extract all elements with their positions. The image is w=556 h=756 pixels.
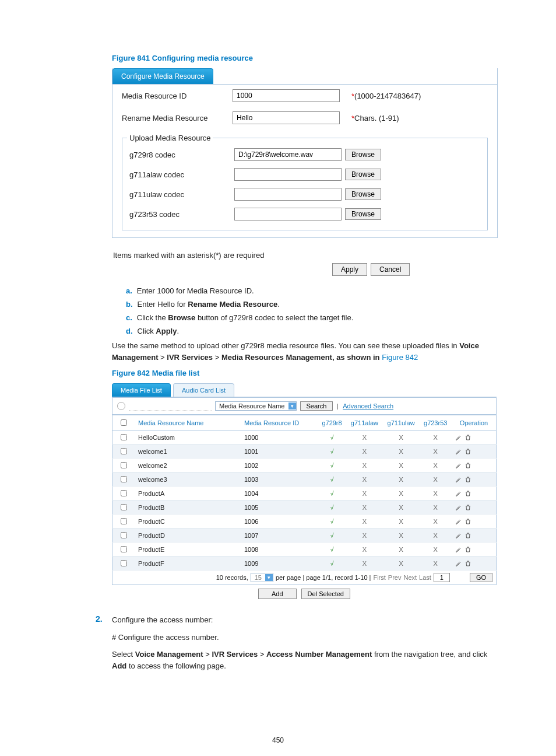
cell-g723r53: X xyxy=(419,459,452,473)
col-g723r53[interactable]: g723r53 xyxy=(419,415,452,430)
table-row: ProductF1009√XXX xyxy=(112,556,497,570)
cell-g711alaw: X xyxy=(346,444,383,459)
delete-icon[interactable] xyxy=(464,490,471,497)
col-g711ulaw[interactable]: g711ulaw xyxy=(383,415,420,430)
browse-button[interactable]: Browse xyxy=(345,208,381,220)
cell-name: ProductB xyxy=(135,501,241,514)
codec-file-input[interactable] xyxy=(234,188,342,201)
cell-name: HelloCustom xyxy=(135,430,241,444)
edit-icon[interactable] xyxy=(455,490,462,497)
row-checkbox[interactable] xyxy=(121,504,127,510)
step-b: b.Enter Hello for Rename Media Resource. xyxy=(126,300,498,309)
col-name[interactable]: Media Resource Name xyxy=(135,415,241,430)
delete-icon[interactable] xyxy=(464,532,471,539)
delete-icon[interactable] xyxy=(464,476,471,483)
cell-id: 1002 xyxy=(241,459,318,473)
cell-g729r8: √ xyxy=(318,528,346,542)
cell-id: 1007 xyxy=(241,528,318,542)
rename-media-resource-input[interactable] xyxy=(233,111,340,124)
chevron-down-icon: ▾ xyxy=(265,574,273,581)
codec-file-input[interactable] xyxy=(234,148,342,161)
media-resource-id-input[interactable] xyxy=(233,89,340,102)
browse-button[interactable]: Browse xyxy=(345,149,381,160)
edit-icon[interactable] xyxy=(455,476,462,483)
edit-icon[interactable] xyxy=(455,434,462,441)
cell-g723r53: X xyxy=(419,501,452,514)
col-id[interactable]: Media Resource ID xyxy=(241,415,318,430)
search-field-select[interactable]: Media Resource Name ▾ xyxy=(215,401,297,411)
last-page-link[interactable]: Last xyxy=(419,574,431,581)
edit-icon[interactable] xyxy=(455,560,462,567)
tab-media-file-list[interactable]: Media File List xyxy=(112,383,171,397)
col-g729r8[interactable]: g729r8 xyxy=(318,415,346,430)
cell-name: ProductD xyxy=(135,528,241,542)
select-all-checkbox[interactable] xyxy=(121,419,127,426)
figure-841-caption: Figure 841 Configuring media resource xyxy=(112,54,498,62)
cell-g729r8: √ xyxy=(318,556,346,570)
apply-button[interactable]: Apply xyxy=(332,263,367,276)
edit-icon[interactable] xyxy=(455,504,462,511)
delete-icon[interactable] xyxy=(464,546,471,553)
cancel-button[interactable]: Cancel xyxy=(371,263,410,276)
cell-g729r8: √ xyxy=(318,430,346,444)
step-c: c.Click the Browse button of g729r8 code… xyxy=(126,313,498,322)
row-checkbox[interactable] xyxy=(121,518,127,524)
per-page-select[interactable]: 15 ▾ xyxy=(251,573,273,582)
col-g711alaw[interactable]: g711alaw xyxy=(346,415,383,430)
cell-g711ulaw: X xyxy=(383,528,420,542)
codec-file-input[interactable] xyxy=(234,208,342,220)
page-number-input[interactable] xyxy=(434,573,450,582)
media-file-table: Media Resource Name Media Resource ID g7… xyxy=(112,415,497,570)
cell-name: ProductE xyxy=(135,542,241,556)
cell-g723r53: X xyxy=(419,430,452,444)
add-button[interactable]: Add xyxy=(258,589,297,599)
figure-842-link[interactable]: Figure 842 xyxy=(382,353,418,362)
figure-842-caption: Figure 842 Media file list xyxy=(112,369,498,377)
row-checkbox[interactable] xyxy=(121,490,127,496)
edit-icon[interactable] xyxy=(455,462,462,469)
edit-icon[interactable] xyxy=(455,546,462,553)
edit-icon[interactable] xyxy=(455,448,462,455)
browse-button[interactable]: Browse xyxy=(345,169,381,180)
codec-file-input[interactable] xyxy=(234,168,342,181)
delete-icon[interactable] xyxy=(464,560,471,567)
tab-audio-card-list[interactable]: Audio Card List xyxy=(173,383,234,397)
go-button[interactable]: GO xyxy=(470,573,492,582)
delete-icon[interactable] xyxy=(464,448,471,455)
advanced-search-link[interactable]: Advanced Search xyxy=(343,402,393,410)
delete-icon[interactable] xyxy=(464,504,471,511)
cell-g711ulaw: X xyxy=(383,473,420,487)
delete-icon[interactable] xyxy=(464,462,471,469)
step-number: 2. xyxy=(96,614,112,677)
cell-g729r8: √ xyxy=(318,459,346,473)
edit-icon[interactable] xyxy=(455,532,462,539)
codec-label: g723r53 codec xyxy=(129,210,234,219)
row-checkbox[interactable] xyxy=(121,448,127,454)
row-checkbox[interactable] xyxy=(121,560,127,566)
search-input[interactable] xyxy=(129,402,212,411)
row-checkbox[interactable] xyxy=(121,462,127,468)
del-selected-button[interactable]: Del Selected xyxy=(301,589,350,599)
cell-id: 1009 xyxy=(241,556,318,570)
row-checkbox[interactable] xyxy=(121,476,127,482)
cell-g723r53: X xyxy=(419,487,452,501)
col-operation: Operation xyxy=(452,415,497,430)
delete-icon[interactable] xyxy=(464,518,471,525)
prev-page-link[interactable]: Prev xyxy=(388,574,402,581)
row-checkbox[interactable] xyxy=(121,434,127,440)
next-page-link[interactable]: Next xyxy=(403,574,417,581)
table-row: welcome11001√XXX xyxy=(112,444,497,459)
browse-button[interactable]: Browse xyxy=(345,188,381,200)
cell-g711ulaw: X xyxy=(383,542,420,556)
cell-name: ProductC xyxy=(135,514,241,528)
media-resource-id-label: Media Resource ID xyxy=(122,92,233,100)
search-button[interactable]: Search xyxy=(300,401,333,411)
tab-configure-media-resource[interactable]: Configure Media Resource xyxy=(112,68,213,84)
row-checkbox[interactable] xyxy=(121,546,127,552)
delete-icon[interactable] xyxy=(464,434,471,441)
row-checkbox[interactable] xyxy=(121,532,127,538)
edit-icon[interactable] xyxy=(455,518,462,525)
cell-g729r8: √ xyxy=(318,473,346,487)
first-page-link[interactable]: First xyxy=(373,574,385,581)
table-row: ProductA1004√XXX xyxy=(112,487,497,501)
